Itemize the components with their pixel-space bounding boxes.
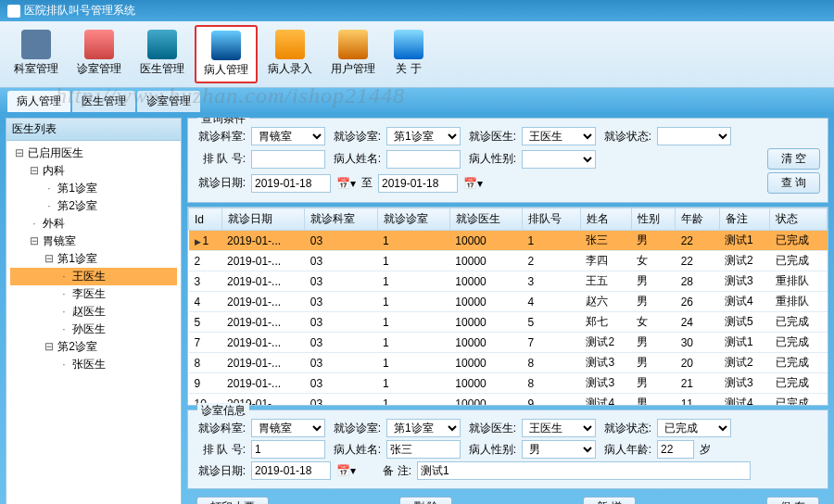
table-row[interactable]: 12019-01-...031100001张三男22测试1已完成 bbox=[189, 231, 828, 251]
query-gender-select[interactable] bbox=[522, 150, 596, 169]
toolbar-用户管理[interactable]: 用户管理 bbox=[322, 25, 384, 83]
search-button[interactable]: 查 询 bbox=[767, 172, 820, 194]
column-header[interactable]: 备注 bbox=[719, 208, 770, 231]
expander-icon[interactable]: · bbox=[58, 270, 70, 283]
tab-诊室管理[interactable]: 诊室管理 bbox=[137, 91, 200, 112]
toolbar-诊室管理[interactable]: 诊室管理 bbox=[69, 25, 130, 83]
cell-gender: 男 bbox=[631, 353, 675, 373]
query-status-select[interactable] bbox=[657, 127, 731, 145]
tree-node[interactable]: · 赵医生 bbox=[10, 303, 177, 321]
table-row[interactable]: 32019-01-...031100003王五男28测试3重排队 bbox=[189, 271, 828, 292]
doctor-tree-panel: 医生列表 ⊟ 已启用医生⊟ 内科· 第1诊室· 第2诊室· 外科⊟ 胃镜室⊟ 第… bbox=[6, 118, 182, 504]
expander-icon[interactable]: · bbox=[44, 182, 55, 195]
expander-icon[interactable]: ⊟ bbox=[14, 146, 25, 159]
column-header[interactable]: Id bbox=[189, 208, 222, 231]
query-doctor-select[interactable]: 王医生 bbox=[522, 127, 596, 145]
cell-room: 1 bbox=[377, 292, 449, 312]
table-row[interactable]: 92019-01-...031100008测试3男21测试3已完成 bbox=[189, 373, 828, 394]
table-row[interactable]: 82019-01-...031100008测试3男20测试2已完成 bbox=[189, 353, 828, 373]
d-label-gender: 病人性别: bbox=[466, 442, 516, 458]
cell-date: 2019-01-... bbox=[221, 271, 305, 292]
label-status: 就诊状态: bbox=[601, 129, 651, 145]
table-row[interactable]: 72019-01-...031100007测试2男30测试1已完成 bbox=[189, 333, 828, 353]
cell-room: 1 bbox=[377, 271, 449, 292]
tree-node[interactable]: · 第2诊室 bbox=[10, 197, 177, 215]
expander-icon[interactable]: · bbox=[58, 305, 70, 318]
query-queue-input[interactable] bbox=[251, 150, 325, 169]
toolbar-病人录入[interactable]: 病人录入 bbox=[259, 25, 321, 83]
expander-icon[interactable]: ⊟ bbox=[29, 234, 40, 247]
query-date-from[interactable] bbox=[251, 174, 331, 193]
d-note[interactable] bbox=[417, 461, 751, 480]
query-room-select[interactable]: 第1诊室 bbox=[386, 127, 461, 145]
tab-医生管理[interactable]: 医生管理 bbox=[72, 91, 135, 112]
column-header[interactable]: 就诊科室 bbox=[305, 208, 377, 231]
table-row[interactable]: 52019-01-...031100005郑七女24测试5已完成 bbox=[189, 312, 828, 333]
tree-node[interactable]: · 第1诊室 bbox=[10, 180, 177, 197]
save-button[interactable]: 保 存 bbox=[766, 497, 819, 504]
calendar-icon[interactable]: 📅▾ bbox=[336, 464, 356, 477]
d-dept[interactable]: 胃镜室 bbox=[251, 419, 325, 437]
cell-name: 测试3 bbox=[580, 373, 631, 394]
cell-room: 1 bbox=[377, 251, 449, 271]
expander-icon[interactable]: ⊟ bbox=[44, 252, 55, 265]
column-header[interactable]: 年龄 bbox=[676, 208, 719, 231]
tree-node[interactable]: · 孙医生 bbox=[10, 321, 177, 338]
expander-icon[interactable]: ⊟ bbox=[29, 164, 40, 177]
d-name[interactable] bbox=[386, 440, 461, 459]
calendar-icon[interactable]: 📅▾ bbox=[463, 177, 483, 190]
expander-icon[interactable]: · bbox=[58, 287, 70, 300]
d-age[interactable] bbox=[657, 440, 694, 459]
column-header[interactable]: 就诊诊室 bbox=[377, 208, 449, 231]
expander-icon[interactable]: · bbox=[58, 358, 70, 371]
table-row[interactable]: 42019-01-...031100004赵六男26测试4重排队 bbox=[189, 292, 828, 312]
column-header[interactable]: 就诊医生 bbox=[449, 208, 522, 231]
column-header[interactable]: 就诊日期 bbox=[221, 208, 305, 231]
query-dept-select[interactable]: 胃镜室 bbox=[251, 127, 325, 145]
d-status[interactable]: 已完成 bbox=[657, 419, 731, 437]
tree-node[interactable]: ⊟ 已启用医生 bbox=[10, 145, 177, 162]
column-header[interactable]: 姓名 bbox=[580, 208, 631, 231]
tree-node[interactable]: ⊟ 胃镜室 bbox=[10, 233, 177, 250]
cell-dept: 03 bbox=[305, 292, 377, 312]
cell-status: 已完成 bbox=[770, 394, 828, 407]
column-header[interactable]: 排队号 bbox=[523, 208, 581, 231]
print-button[interactable]: 打印小票 bbox=[196, 497, 269, 504]
tree-node[interactable]: ⊟ 第2诊室 bbox=[10, 338, 177, 356]
delete-button[interactable]: 删 除 bbox=[399, 497, 452, 504]
doctor-tree[interactable]: ⊟ 已启用医生⊟ 内科· 第1诊室· 第2诊室· 外科⊟ 胃镜室⊟ 第1诊室· … bbox=[6, 141, 181, 504]
result-table-wrap[interactable]: Id就诊日期就诊科室就诊诊室就诊医生排队号姓名性别年龄备注状态 12019-01… bbox=[187, 207, 828, 406]
tree-node[interactable]: ⊟ 第1诊室 bbox=[10, 250, 177, 268]
toolbar-关 于[interactable]: 关 于 bbox=[385, 25, 432, 83]
tab-病人管理[interactable]: 病人管理 bbox=[7, 91, 70, 112]
toolbar-病人管理[interactable]: 病人管理 bbox=[195, 25, 258, 83]
toolbar-label: 关 于 bbox=[396, 61, 421, 77]
add-button[interactable]: 新 增 bbox=[583, 497, 636, 504]
toolbar-医生管理[interactable]: 医生管理 bbox=[132, 25, 193, 83]
column-header[interactable]: 性别 bbox=[631, 208, 675, 231]
tree-node[interactable]: · 王医生 bbox=[10, 268, 177, 285]
d-gender[interactable]: 男 bbox=[522, 440, 596, 459]
expander-icon[interactable]: · bbox=[44, 199, 55, 212]
d-queue[interactable] bbox=[251, 440, 325, 459]
column-header[interactable]: 状态 bbox=[770, 208, 828, 231]
result-table[interactable]: Id就诊日期就诊科室就诊诊室就诊医生排队号姓名性别年龄备注状态 12019-01… bbox=[188, 208, 828, 406]
expander-icon[interactable]: ⊟ bbox=[44, 340, 55, 353]
query-date-to[interactable] bbox=[378, 174, 458, 193]
calendar-icon[interactable]: 📅▾ bbox=[336, 177, 356, 190]
table-row[interactable]: 102019-01-...031100009测试4男11测试4已完成 bbox=[189, 394, 828, 407]
d-date[interactable] bbox=[251, 461, 331, 480]
tree-node[interactable]: · 张医生 bbox=[10, 356, 177, 373]
detail-legend: 诊室信息 bbox=[197, 403, 249, 419]
tree-node[interactable]: · 外科 bbox=[10, 215, 177, 233]
query-name-input[interactable] bbox=[386, 150, 461, 169]
tree-node[interactable]: ⊟ 内科 bbox=[10, 162, 177, 180]
toolbar-科室管理[interactable]: 科室管理 bbox=[6, 25, 67, 83]
expander-icon[interactable]: · bbox=[58, 322, 70, 335]
d-room[interactable]: 第1诊室 bbox=[386, 419, 461, 437]
clear-button[interactable]: 清 空 bbox=[767, 148, 820, 170]
expander-icon[interactable]: · bbox=[29, 217, 40, 230]
tree-node[interactable]: · 李医生 bbox=[10, 285, 177, 303]
table-row[interactable]: 22019-01-...031100002李四女22测试2已完成 bbox=[189, 251, 828, 271]
d-doctor[interactable]: 王医生 bbox=[522, 419, 596, 437]
